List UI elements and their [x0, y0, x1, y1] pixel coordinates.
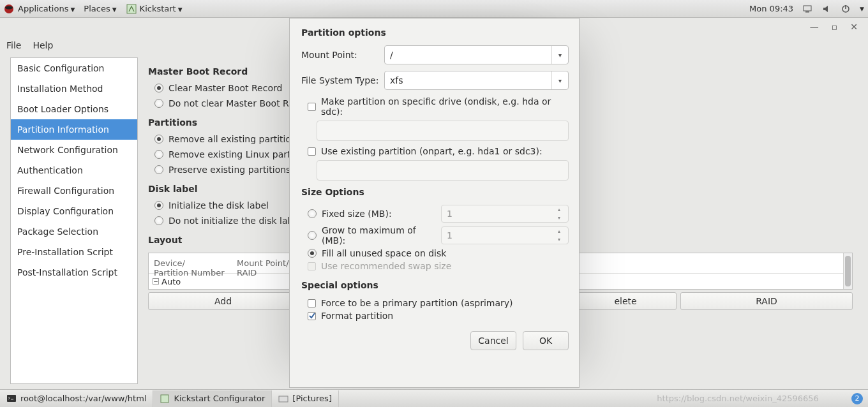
- clock[interactable]: Mon 09:43: [749, 4, 793, 13]
- radio-icon: [308, 209, 317, 218]
- mount-point-label: Mount Point:: [301, 50, 384, 60]
- size-options-title: Size Options: [301, 187, 569, 197]
- table-scrollbar[interactable]: [843, 253, 852, 289]
- kickstart-app-icon: [126, 3, 137, 15]
- task-terminal[interactable]: root@localhost:/var/www/html: [0, 390, 153, 407]
- checkbox-icon: [308, 147, 316, 156]
- radio-icon: [154, 165, 163, 174]
- checkbox-icon: [308, 299, 316, 307]
- radio-icon: [154, 150, 163, 159]
- terminal-icon: [6, 394, 17, 404]
- mount-point-combo[interactable]: /▾: [384, 45, 569, 64]
- screen-icon[interactable]: [802, 4, 812, 14]
- cancel-button[interactable]: Cancel: [470, 331, 516, 350]
- radio-icon: [154, 135, 163, 144]
- svg-point-1: [5, 6, 13, 9]
- chevron-down-icon: ▾: [551, 71, 568, 89]
- power-menu-arrow-icon[interactable]: ▼: [860, 6, 864, 12]
- spin-down-icon[interactable]: ▾: [558, 237, 567, 242]
- menu-kickstart[interactable]: Kickstart▼: [140, 4, 183, 13]
- special-options-title: Special options: [301, 280, 569, 290]
- filesystem-label: File System Type:: [301, 75, 384, 85]
- window-close-button[interactable]: ✕: [850, 22, 858, 32]
- radio-fixed-size[interactable]: Fixed size (MB): 1▴▾: [308, 205, 569, 223]
- spin-down-icon[interactable]: ▾: [558, 215, 567, 221]
- raid-button[interactable]: RAID: [680, 292, 853, 310]
- sidebar-item-installation-method[interactable]: Installation Method: [11, 78, 137, 99]
- fixed-size-spin[interactable]: 1▴▾: [441, 205, 569, 223]
- checkbox-icon: [308, 262, 316, 270]
- svg-rect-4: [805, 11, 809, 13]
- format-check[interactable]: Format partition: [308, 311, 569, 321]
- checkbox-icon: [308, 312, 316, 320]
- taskbar: root@localhost:/var/www/html Kickstart C…: [0, 389, 868, 407]
- menu-help[interactable]: Help: [33, 40, 53, 50]
- radio-icon: [154, 84, 163, 93]
- kickstart-icon: [160, 394, 170, 404]
- sidebar-item-authentication[interactable]: Authentication: [11, 160, 137, 181]
- radio-grow-max[interactable]: Grow to maximum of (MB): 1▴▾: [308, 225, 569, 246]
- partition-options-dialog: Partition options Mount Point: /▾ File S…: [289, 18, 580, 388]
- dialog-title: Partition options: [301, 27, 569, 38]
- sidebar: Basic Configuration Installation Method …: [10, 57, 138, 384]
- delete-button[interactable]: elete: [574, 292, 677, 310]
- menu-places[interactable]: Places▼: [84, 4, 116, 13]
- svg-rect-6: [845, 5, 846, 9]
- radio-icon: [308, 249, 317, 258]
- power-icon[interactable]: [841, 4, 851, 14]
- sidebar-item-network-configuration[interactable]: Network Configuration: [11, 140, 137, 160]
- radio-icon: [154, 201, 163, 210]
- radio-icon: [154, 216, 163, 225]
- watermark-text: https://blog.csdn.net/weixin_42596656: [657, 394, 823, 403]
- sidebar-item-display-configuration[interactable]: Display Configuration: [11, 201, 137, 221]
- svg-rect-3: [804, 6, 811, 11]
- expand-icon[interactable]: −: [153, 278, 159, 285]
- add-button[interactable]: Add: [148, 292, 298, 310]
- svg-rect-9: [279, 396, 288, 402]
- radio-fill-unused[interactable]: Fill all unused space on disk: [308, 248, 569, 258]
- swap-check: Use recommended swap size: [308, 261, 569, 271]
- sidebar-item-package-selection[interactable]: Package Selection: [11, 221, 137, 242]
- grow-size-spin[interactable]: 1▴▾: [441, 226, 569, 244]
- col-device: Device/Partition Number: [149, 253, 232, 273]
- window-minimize-button[interactable]: —: [810, 22, 819, 32]
- svg-rect-7: [7, 395, 16, 402]
- ondisk-check[interactable]: Make partition on specific drive (ondisk…: [308, 96, 569, 117]
- radio-icon: [154, 99, 163, 108]
- sidebar-item-firewall-configuration[interactable]: Firewall Configuration: [11, 181, 137, 201]
- spin-up-icon[interactable]: ▴: [558, 228, 567, 234]
- menu-file[interactable]: File: [6, 40, 21, 50]
- chevron-down-icon: ▾: [551, 46, 568, 64]
- overview-button[interactable]: 2: [851, 393, 863, 404]
- sidebar-item-pre-installation-script[interactable]: Pre-Installation Script: [11, 242, 137, 262]
- task-pictures[interactable]: [Pictures]: [272, 390, 339, 407]
- onpart-input[interactable]: [317, 160, 569, 181]
- sidebar-item-post-installation-script[interactable]: Post-Installation Script: [11, 262, 137, 283]
- svg-rect-8: [161, 395, 168, 403]
- sidebar-item-partition-information[interactable]: Partition Information: [11, 119, 137, 140]
- fedora-icon: [4, 4, 14, 14]
- window-maximize-button[interactable]: ▫: [832, 22, 838, 32]
- ok-button[interactable]: OK: [523, 331, 569, 350]
- spin-up-icon[interactable]: ▴: [558, 207, 567, 212]
- sidebar-item-basic-configuration[interactable]: Basic Configuration: [11, 58, 137, 78]
- ondisk-input[interactable]: [317, 121, 569, 141]
- task-kickstart[interactable]: Kickstart Configurator: [153, 390, 272, 407]
- volume-icon[interactable]: [821, 4, 832, 14]
- folder-icon: [278, 394, 288, 404]
- radio-icon: [308, 231, 317, 240]
- asprimary-check[interactable]: Force to be a primary partition (asprima…: [308, 298, 569, 308]
- menu-applications[interactable]: Applications▼: [18, 4, 75, 13]
- col-mountpoint: Mount Point/RAID: [232, 253, 294, 273]
- sidebar-item-boot-loader-options[interactable]: Boot Loader Options: [11, 99, 137, 119]
- checkbox-icon: [308, 103, 316, 111]
- top-panel: Applications▼ Places▼ Kickstart▼ Mon 09:…: [0, 0, 868, 18]
- filesystem-combo[interactable]: xfs▾: [384, 71, 569, 90]
- onpart-check[interactable]: Use existing partition (onpart, e.g. hda…: [308, 146, 569, 156]
